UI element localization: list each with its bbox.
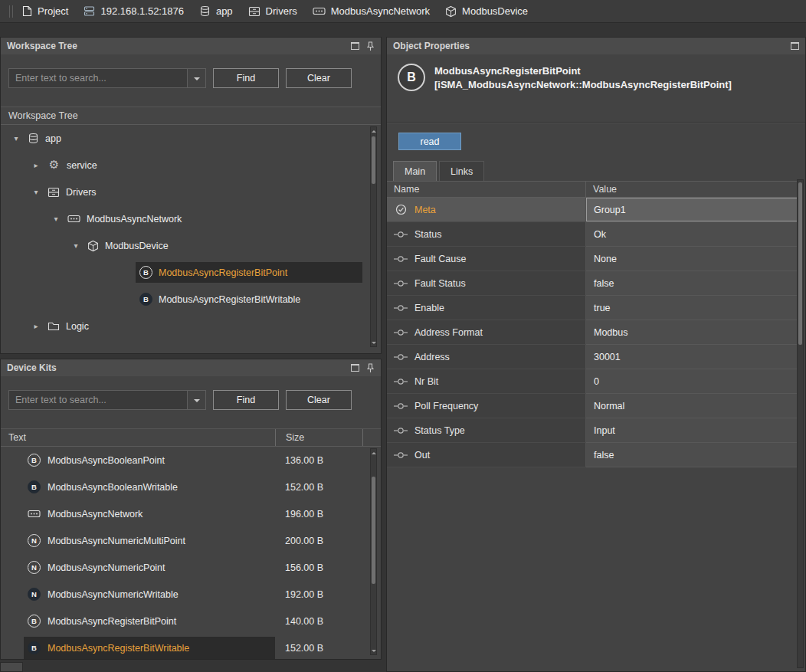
expander-open-icon[interactable] [28, 188, 44, 196]
property-value-cell[interactable]: true [586, 296, 798, 320]
kit-name: ModbusAsyncRegisterBitWritable [48, 643, 189, 654]
property-row-out[interactable]: Out false [387, 443, 798, 467]
property-row-statustype[interactable]: Status Type Input [387, 418, 798, 443]
kit-row-network[interactable]: ModbusAsyncNetwork 196.00 B [1, 500, 381, 527]
tree-column-header-label: Workspace Tree [8, 110, 78, 121]
kit-name-cell: N ModbusAsyncNumericPoint [24, 556, 275, 579]
kit-row-registerbitwritable[interactable]: B ModbusAsyncRegisterBitWritable 152.00 … [1, 634, 381, 659]
dock-icon[interactable] [351, 364, 359, 372]
expander-open-icon[interactable] [8, 134, 24, 143]
tree-node-registerbitwritable[interactable]: B ModbusAsyncRegisterBitWritable [1, 286, 381, 313]
circle-n-icon: N [28, 534, 41, 547]
property-row-addressformat[interactable]: Address Format Modbus [387, 320, 798, 345]
collapsed-panel-stub[interactable] [0, 662, 23, 672]
circle-b-filled-icon: B [28, 480, 41, 493]
property-value: Group1 [594, 205, 626, 215]
dock-icon[interactable] [351, 42, 359, 50]
property-value-cell[interactable]: 0 [586, 369, 798, 394]
kit-row-registerbitpoint[interactable]: B ModbusAsyncRegisterBitPoint 140.00 B [1, 608, 381, 634]
expander-closed-icon[interactable] [28, 161, 44, 169]
expander-open-icon[interactable] [48, 215, 64, 223]
breadcrumb-item-station[interactable]: 192.168.1.52:1876 [84, 5, 183, 17]
kit-row-numericmultipoint[interactable]: N ModbusAsyncNumericMultiPoint 200.00 B [1, 527, 381, 554]
gear-icon [48, 159, 61, 171]
tree-node-app[interactable]: app [1, 125, 381, 152]
pin-icon[interactable] [366, 363, 375, 373]
object-header: B ModbusAsyncRegisterBitPoint [iSMA_Modb… [387, 54, 805, 91]
scrollbar-thumb[interactable] [372, 477, 375, 584]
property-value-cell[interactable]: false [586, 271, 798, 296]
property-name: Status [414, 229, 441, 240]
property-row-nrbit[interactable]: Nr Bit 0 [387, 369, 798, 394]
search-combobox[interactable]: Enter text to search... [8, 68, 206, 88]
kit-name: ModbusAsyncNumericWritable [48, 589, 179, 600]
breadcrumb-item-project[interactable]: Project [22, 5, 68, 17]
pin-icon[interactable] [366, 41, 375, 51]
property-row-address[interactable]: Address 30001 [387, 345, 798, 369]
property-row-faultcause[interactable]: Fault Cause None [387, 247, 798, 271]
panel-title: Device Kits [7, 362, 57, 373]
tree-node-modbusdevice[interactable]: ModbusDevice [1, 232, 381, 259]
kit-row-booleanwritable[interactable]: B ModbusAsyncBooleanWritable 152.00 B [1, 474, 381, 500]
clear-button[interactable]: Clear [286, 68, 352, 88]
kit-row-booleanpoint[interactable]: B ModbusAsyncBooleanPoint 136.00 B [1, 447, 381, 474]
slot-icon [394, 255, 408, 263]
kit-name-cell: B ModbusAsyncRegisterBitWritable [24, 637, 275, 659]
network-icon [313, 6, 326, 16]
property-row-status[interactable]: Status Ok [387, 222, 798, 247]
kit-row-numericpoint[interactable]: N ModbusAsyncNumericPoint 156.00 B [1, 554, 381, 581]
property-row-faultstatus[interactable]: Fault Status false [387, 271, 798, 296]
kit-name-cell: B ModbusAsyncBooleanWritable [24, 476, 275, 498]
breadcrumb-item-drivers[interactable]: Drivers [248, 5, 297, 17]
scrollbar-thumb[interactable] [798, 182, 802, 345]
slot-icon [394, 231, 408, 238]
properties-scrollbar[interactable] [797, 179, 804, 668]
property-value-cell[interactable]: 30001 [586, 345, 798, 369]
kit-name-cell: ModbusAsyncNetwork [24, 503, 275, 525]
kits-scrollbar[interactable] [370, 448, 377, 655]
search-combobox[interactable]: Enter text to search... [8, 390, 206, 410]
property-row-meta[interactable]: Meta Group1 [387, 198, 798, 222]
tab-links[interactable]: Links [439, 161, 484, 181]
expander-open-icon[interactable] [68, 241, 84, 250]
breadcrumb-item-app[interactable]: app [199, 5, 233, 17]
tree-node-service[interactable]: service [1, 152, 381, 179]
property-value-cell[interactable]: Group1 [586, 198, 798, 222]
kit-name: ModbusAsyncRegisterBitPoint [48, 616, 176, 627]
property-value-cell[interactable]: None [586, 247, 798, 271]
property-row-pollfrequency[interactable]: Poll Frequency Normal [387, 394, 798, 418]
toolbar-grip[interactable] [9, 5, 13, 18]
expander-closed-icon[interactable] [28, 322, 44, 330]
scrollbar-thumb[interactable] [372, 136, 375, 184]
property-row-enable[interactable]: Enable true [387, 296, 798, 320]
property-value-cell[interactable]: Input [586, 418, 798, 443]
dock-icon[interactable] [791, 42, 799, 50]
tree-node-drivers[interactable]: Drivers [1, 179, 381, 205]
breadcrumb-item-device[interactable]: ModbusDevice [445, 5, 528, 18]
tab-main[interactable]: Main [393, 161, 437, 181]
tree-node-logic[interactable]: Logic [1, 313, 381, 339]
find-button[interactable]: Find [213, 68, 279, 88]
property-name-cell: Enable [387, 296, 586, 320]
property-value-cell[interactable]: Ok [586, 222, 798, 247]
scroll-down-icon[interactable] [371, 647, 376, 654]
tree-scrollbar[interactable] [370, 126, 377, 347]
scroll-up-icon[interactable] [371, 449, 376, 457]
clear-button[interactable]: Clear [286, 390, 352, 410]
property-value-cell[interactable]: Normal [586, 394, 798, 418]
breadcrumb-item-network[interactable]: ModbusAsyncNetwork [313, 5, 430, 17]
kit-row-numericwritable[interactable]: N ModbusAsyncNumericWritable 192.00 B [1, 581, 381, 608]
tree-node-registerbitpoint[interactable]: B ModbusAsyncRegisterBitPoint [1, 259, 381, 286]
tree-node-modbusasyncnetwork[interactable]: ModbusAsyncNetwork [1, 205, 381, 232]
chevron-down-icon[interactable] [187, 69, 205, 87]
property-value-cell[interactable]: false [586, 443, 798, 467]
property-value-cell[interactable]: Modbus [586, 320, 798, 345]
column-header-size: Size [275, 429, 362, 446]
read-button[interactable]: read [398, 133, 461, 150]
kit-name: ModbusAsyncNumericMultiPoint [48, 536, 185, 546]
tree-node-body: app [24, 128, 69, 149]
scroll-down-icon[interactable] [371, 339, 376, 346]
chevron-down-icon[interactable] [187, 391, 205, 409]
find-button[interactable]: Find [213, 390, 279, 410]
scroll-up-icon[interactable] [371, 127, 376, 135]
